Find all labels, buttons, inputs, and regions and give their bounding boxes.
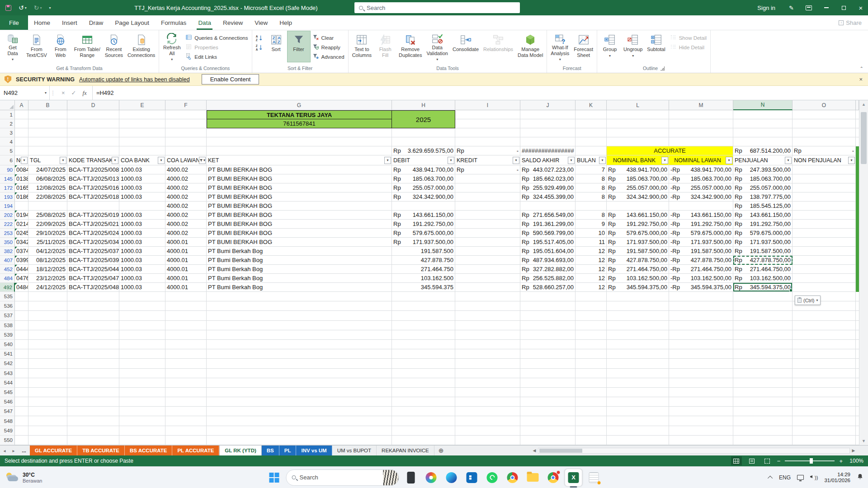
network-icon[interactable]: [797, 475, 804, 480]
cell-coa-bank[interactable]: 1000.03: [119, 283, 165, 292]
cell[interactable]: [669, 397, 733, 407]
notes-app-icon[interactable]: [585, 469, 603, 486]
cell[interactable]: [576, 340, 607, 349]
cell[interactable]: [15, 146, 28, 155]
cell-tgl[interactable]: 06/08/2025: [28, 174, 67, 183]
maximize-button[interactable]: [836, 0, 851, 15]
tab-draw[interactable]: Draw: [83, 15, 109, 30]
sheet-tab-bs[interactable]: BS: [262, 446, 279, 455]
zoom-level[interactable]: 100%: [847, 458, 863, 464]
cell[interactable]: [455, 407, 520, 416]
cell-coa-lawan[interactable]: 4000.02: [165, 220, 207, 229]
cell[interactable]: [669, 119, 733, 128]
cell[interactable]: [733, 378, 793, 388]
cell-bulan[interactable]: 8: [576, 211, 607, 220]
cell[interactable]: [119, 407, 165, 416]
row-header-492[interactable]: 492: [0, 283, 15, 292]
cell[interactable]: [15, 330, 28, 340]
cell[interactable]: [207, 436, 392, 445]
text-to-columns-button[interactable]: Text toColumns: [350, 31, 374, 62]
cell-nominal-lawan[interactable]: -Rp438.941.700,00: [669, 165, 733, 174]
tab-file[interactable]: File: [0, 15, 28, 30]
forecast-sheet-button[interactable]: ForecastSheet: [571, 31, 595, 62]
get-data-button[interactable]: GetData▾: [1, 31, 24, 62]
cell[interactable]: [165, 436, 207, 445]
cell[interactable]: [392, 311, 455, 320]
cell[interactable]: [607, 321, 669, 330]
sheet-tab-bs-accurate[interactable]: BS ACCURATE: [125, 446, 172, 455]
cell[interactable]: [207, 128, 392, 137]
cell[interactable]: [607, 407, 669, 416]
normal-view-button[interactable]: [731, 456, 742, 465]
cell-no[interactable]: 0484: [15, 283, 28, 292]
cell-tgl[interactable]: 23/12/2025: [28, 274, 67, 283]
sheet-tab-pl[interactable]: PL: [279, 446, 297, 455]
cell[interactable]: [733, 292, 793, 301]
chrome-icon[interactable]: [504, 469, 521, 486]
sign-in-button[interactable]: Sign in: [751, 5, 782, 11]
company-npwp-cell[interactable]: 7611567841: [207, 119, 392, 128]
cell-nominal-bank[interactable]: Rp191.292.750,00: [607, 220, 669, 229]
cell-bulan[interactable]: 12: [576, 283, 607, 292]
row-header-484[interactable]: 484: [0, 274, 15, 283]
consolidate-button[interactable]: Consolidate: [450, 31, 481, 62]
cell[interactable]: [455, 292, 520, 301]
cell-coa-lawan[interactable]: 4000.01: [165, 265, 207, 274]
cell[interactable]: [576, 378, 607, 388]
cell[interactable]: [520, 321, 576, 330]
cell-bulan[interactable]: 8: [576, 192, 607, 202]
cell-no[interactable]: 0342: [15, 238, 28, 247]
sort-descending-button[interactable]: ZA: [255, 43, 264, 52]
cell[interactable]: [669, 330, 733, 340]
cell-kredit[interactable]: [455, 274, 520, 283]
column-header-m[interactable]: M: [669, 100, 733, 110]
cell[interactable]: [793, 436, 856, 445]
sheet-tab-pl-accurate[interactable]: PL ACCURATE: [172, 446, 219, 455]
cell[interactable]: [733, 321, 793, 330]
filter-button-kredit[interactable]: ▾: [513, 157, 519, 164]
cell[interactable]: [119, 359, 165, 368]
cell-nominal-bank[interactable]: Rp143.661.150,00: [607, 211, 669, 220]
cell[interactable]: [793, 407, 856, 416]
cell[interactable]: [607, 128, 669, 137]
cell-no[interactable]: 0084: [15, 165, 28, 174]
cell[interactable]: [207, 388, 392, 397]
filter-button-saldo-akhir[interactable]: ▾: [568, 157, 575, 164]
row-header-5[interactable]: 5: [0, 146, 15, 155]
cell-kredit[interactable]: [455, 229, 520, 238]
cell[interactable]: [733, 426, 793, 436]
cell-non-penjualan[interactable]: [793, 165, 856, 174]
cell[interactable]: [520, 436, 576, 445]
row-header-550[interactable]: 550: [0, 436, 15, 445]
cell-coa-lawan[interactable]: 4000.02: [165, 174, 207, 183]
customize-qat-button[interactable]: ▾: [49, 6, 51, 10]
photos-app-icon[interactable]: [423, 469, 440, 486]
cell[interactable]: [67, 359, 119, 368]
undo-button[interactable]: ↺▾: [19, 4, 27, 11]
what-if-analysis-button[interactable]: ?What-IfAnalysis▾: [548, 31, 571, 62]
cell[interactable]: [520, 128, 576, 137]
cell-coa-lawan[interactable]: 4000.02: [165, 165, 207, 174]
horizontal-scroll-thumb[interactable]: [539, 449, 582, 453]
row-header-544[interactable]: 544: [0, 378, 15, 388]
cell-coa-bank[interactable]: 1000.03: [119, 256, 165, 265]
cell[interactable]: [15, 426, 28, 436]
cell-nominal-bank[interactable]: Rp345.594.375,00: [607, 283, 669, 292]
cell[interactable]: [119, 378, 165, 388]
cell[interactable]: [119, 146, 165, 155]
taskbar-search[interactable]: Search: [286, 469, 399, 486]
cell[interactable]: [576, 119, 607, 128]
cell[interactable]: [67, 301, 119, 311]
cell-ket[interactable]: PT Bumi Berkah Bog: [207, 247, 392, 256]
cell-saldo-akhir[interactable]: Rp195.517.405,00: [520, 238, 576, 247]
cell[interactable]: [119, 388, 165, 397]
cell[interactable]: [733, 388, 793, 397]
tab-data[interactable]: Data: [192, 15, 217, 30]
cell-bulan[interactable]: 10: [576, 229, 607, 238]
cell[interactable]: [669, 426, 733, 436]
cell[interactable]: [392, 407, 455, 416]
cell[interactable]: [28, 436, 67, 445]
cell[interactable]: [15, 137, 28, 146]
row-header-542[interactable]: 542: [0, 359, 15, 368]
cell-debit[interactable]: Rp191.292.750,00: [392, 220, 455, 229]
